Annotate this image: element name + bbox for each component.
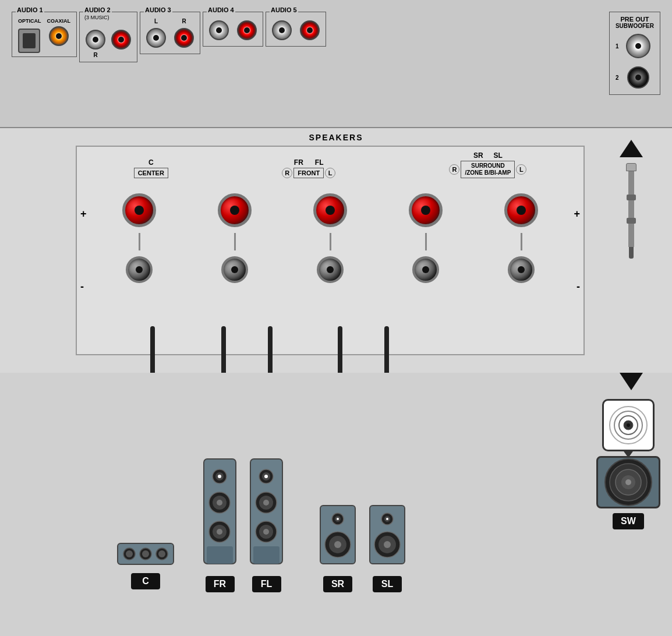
svg-point-6	[158, 550, 165, 557]
sl-speaker-icon	[367, 503, 408, 573]
subwoofer-area: SW	[593, 399, 663, 529]
audio5-inputs	[272, 18, 320, 43]
audio4-rca-l	[209, 20, 229, 40]
audio1-inputs: OPTICAL COAXIAL	[18, 18, 70, 53]
fl-speaker-icon	[245, 456, 288, 573]
arrow-up-icon	[620, 140, 643, 157]
audio4-rca-r	[237, 20, 257, 40]
audio3-r-label: R	[182, 18, 186, 24]
svg-point-47	[627, 423, 630, 427]
audio4-inputs	[209, 18, 257, 43]
pre-out-label: PRE OUT	[616, 16, 654, 23]
sl-speaker-area: SL	[367, 503, 408, 592]
audio5-lr	[272, 18, 292, 43]
rca-jack-white	[86, 30, 105, 50]
pre-out-section: PRE OUT SUBWOOFER 1 2	[609, 12, 660, 95]
arrow-up-container	[620, 140, 643, 157]
audio3-group: AUDIO 3 L R	[140, 12, 200, 54]
audio2-r-label: R	[86, 52, 105, 58]
audio1-group: AUDIO 1 OPTICAL COAXIAL	[12, 12, 77, 57]
optical-port-inner	[23, 33, 36, 48]
surround-r-post-connector	[425, 233, 427, 250]
audio4-group: AUDIO 4	[203, 12, 263, 47]
audio1-label: AUDIO 1	[16, 6, 44, 13]
sub-body	[596, 456, 660, 508]
sw-badge-area: SW	[593, 513, 663, 529]
surround-r-label: R	[449, 164, 459, 175]
svg-point-25	[263, 500, 269, 506]
cable-shaft-3	[628, 224, 634, 247]
svg-point-39	[386, 518, 388, 520]
audio5-r	[300, 18, 320, 43]
surround-box: SURROUND /ZONE B/BI-AMP	[461, 161, 515, 178]
svg-point-17	[217, 529, 222, 535]
audio3-label: AUDIO 3	[144, 6, 172, 13]
audio2-rca-left: R	[86, 27, 105, 58]
rca-cable-top	[623, 163, 640, 259]
audio3-lr: L	[146, 18, 166, 50]
sub-input-box	[602, 399, 655, 451]
sl-letter: SL	[494, 151, 503, 160]
center-terminal-header: C CENTER	[134, 158, 168, 178]
fl-badge: FL	[252, 576, 281, 592]
front-l-post-red	[313, 193, 347, 227]
sr-speaker-area: SR	[317, 503, 358, 592]
cable-ring-1	[627, 195, 636, 200]
terminals-area: C CENTER FR FL R FRONT L	[76, 146, 585, 355]
sr-letter: SR	[473, 151, 483, 160]
pre-out-jack2: 2	[616, 64, 654, 91]
audio3-rca-r	[174, 28, 194, 48]
sw-badge: SW	[613, 513, 644, 529]
fr-speaker-icon	[198, 456, 242, 573]
cable-ring-2	[627, 218, 636, 224]
plus-label-left: +	[80, 208, 87, 220]
audio4-r	[237, 18, 257, 43]
center-speaker-area: C	[116, 538, 175, 589]
audio5-label: AUDIO 5	[270, 6, 298, 13]
surround-r-terminal	[409, 193, 443, 283]
surround-l-post-black	[508, 256, 535, 283]
front-r-post-connector	[234, 233, 236, 250]
plus-label-right: +	[574, 208, 580, 220]
svg-point-11	[218, 475, 221, 478]
coaxial-center	[56, 33, 62, 39]
speakers-label: SPEAKERS	[309, 133, 363, 142]
cable-tip	[629, 247, 634, 259]
coaxial-label: COAXIAL	[47, 18, 71, 24]
pre-out-jack1: 1	[616, 31, 654, 61]
front-l-label: L	[325, 168, 335, 178]
preout-rca1	[626, 34, 650, 58]
front-l-post-black	[317, 256, 344, 283]
audio3-l-label: L	[154, 18, 158, 24]
sl-badge: SL	[373, 576, 402, 592]
audio3-rca-l	[146, 28, 166, 48]
fr-letter: FR	[294, 158, 303, 167]
svg-point-42	[384, 541, 391, 548]
arrow-down-icon	[620, 373, 643, 390]
audio5-rca-l	[272, 20, 292, 40]
audio5-rca-r	[300, 20, 320, 40]
svg-rect-8	[207, 546, 233, 564]
audio4-lr	[209, 18, 229, 43]
sub-bubble-pointer	[623, 450, 634, 458]
surround-terminal-header: SR SL R SURROUND /ZONE B/BI-AMP L	[449, 151, 526, 178]
svg-point-35	[334, 541, 341, 548]
fl-speaker-area: FL	[245, 456, 288, 592]
center-terminal	[122, 193, 156, 283]
center-box: CENTER	[134, 168, 168, 178]
audio3-r: R	[174, 18, 194, 50]
front-r-label: R	[282, 168, 292, 178]
minus-label-right: -	[576, 281, 580, 293]
front-l-post-connector	[330, 233, 331, 250]
front-terminal-header: FR FL R FRONT L	[282, 158, 335, 178]
svg-point-4	[142, 550, 149, 557]
front-r-post-black	[221, 256, 248, 283]
c-letter-label: C	[148, 158, 154, 167]
surround-l-terminal	[504, 193, 538, 283]
fr-speaker-area: FR	[198, 456, 242, 592]
terminal-top-labels: C CENTER FR FL R FRONT L	[77, 151, 583, 178]
front-box-row: R FRONT L	[282, 168, 335, 178]
arrow-down-container	[620, 373, 643, 390]
svg-rect-19	[253, 546, 280, 564]
sub-rca-icon	[608, 405, 649, 446]
